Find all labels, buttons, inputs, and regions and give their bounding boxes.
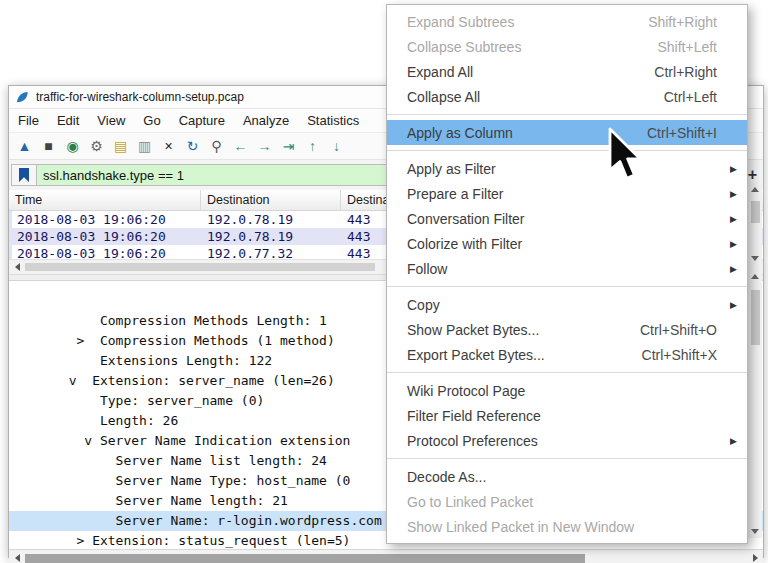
context-menu-item[interactable]: Apply as Filter ▶ bbox=[387, 156, 747, 181]
scrollbar-thumb[interactable] bbox=[751, 290, 760, 345]
menubar-item[interactable]: Statistics bbox=[298, 109, 368, 132]
menubar-item[interactable]: File bbox=[9, 109, 48, 132]
context-menu-item[interactable]: Apply as Column Ctrl+Shift+I bbox=[387, 120, 747, 145]
menu-group: Apply as Filter ▶ Prepare a Filter ▶ Con… bbox=[387, 150, 747, 281]
go-to-packet-icon[interactable]: ⇥ bbox=[278, 136, 299, 156]
stop-capture-icon[interactable]: ■ bbox=[38, 136, 59, 156]
submenu-arrow-icon: ▶ bbox=[723, 264, 737, 274]
packet-destination-cell: 192.0.77.32 bbox=[201, 245, 341, 259]
submenu-arrow-icon: ▶ bbox=[723, 239, 737, 249]
menubar-item[interactable]: Capture bbox=[170, 109, 234, 132]
packet-time-cell: 2018-08-03 19:06:20 bbox=[9, 211, 201, 228]
packet-list-vscrollbar[interactable] bbox=[747, 183, 762, 265]
context-menu-item[interactable]: Expand Subtrees Shift+Right bbox=[387, 9, 747, 34]
context-menu: Expand Subtrees Shift+Right Collapse Sub… bbox=[386, 4, 748, 544]
menu-group: Copy ▶ Show Packet Bytes... Ctrl+Shift+O… bbox=[387, 286, 747, 367]
reload-icon[interactable]: ↻ bbox=[182, 136, 203, 156]
scroll-right-icon[interactable] bbox=[747, 550, 763, 563]
submenu-arrow-icon: ▶ bbox=[723, 164, 737, 174]
submenu-arrow-icon: ▶ bbox=[723, 214, 737, 224]
packet-time-cell: 2018-08-03 19:06:20 bbox=[9, 228, 201, 245]
column-header[interactable]: Destination bbox=[201, 190, 341, 210]
go-back-icon[interactable]: ← bbox=[230, 136, 251, 156]
context-menu-item[interactable]: Collapse Subtrees Shift+Left bbox=[387, 34, 747, 59]
scrollbar-thumb[interactable] bbox=[25, 554, 585, 563]
column-header[interactable]: Time bbox=[9, 190, 201, 210]
menu-group: Expand Subtrees Shift+Right Collapse Sub… bbox=[387, 9, 747, 109]
submenu-arrow-icon: ▶ bbox=[723, 189, 737, 199]
details-hscrollbar[interactable] bbox=[9, 549, 763, 563]
menubar-item[interactable]: View bbox=[88, 109, 134, 132]
scrollbar-thumb[interactable] bbox=[25, 263, 375, 271]
menubar-item[interactable]: Analyze bbox=[234, 109, 298, 132]
go-forward-icon[interactable]: → bbox=[254, 136, 275, 156]
wireshark-logo-icon bbox=[15, 90, 30, 105]
scroll-down-icon[interactable] bbox=[751, 529, 759, 534]
scrollbar-thumb[interactable] bbox=[751, 201, 760, 223]
context-menu-item[interactable]: Protocol Preferences ▶ bbox=[387, 428, 747, 453]
filter-bookmark-button[interactable] bbox=[11, 164, 37, 186]
close-file-icon[interactable]: × bbox=[158, 136, 179, 156]
context-menu-item[interactable]: Show Packet Bytes... Ctrl+Shift+O bbox=[387, 317, 747, 342]
details-vscrollbar[interactable] bbox=[747, 270, 762, 538]
scroll-down-icon[interactable] bbox=[751, 256, 759, 261]
menu-group: Wiki Protocol Page Filter Field Referenc… bbox=[387, 372, 747, 453]
mouse-cursor bbox=[606, 127, 650, 185]
packet-destination-cell: 192.0.78.19 bbox=[201, 211, 341, 228]
go-top-icon[interactable]: ↑ bbox=[302, 136, 323, 156]
save-file-icon[interactable]: ▥ bbox=[134, 136, 155, 156]
menubar-item[interactable]: Edit bbox=[48, 109, 88, 132]
packet-destination-cell: 192.0.78.19 bbox=[201, 228, 341, 245]
restart-capture-icon[interactable]: ◉ bbox=[62, 136, 83, 156]
context-menu-item[interactable]: Decode As... bbox=[387, 464, 747, 489]
context-menu-item[interactable]: Expand All Ctrl+Right bbox=[387, 59, 747, 84]
scroll-left-icon[interactable] bbox=[9, 550, 25, 563]
menu-group: Decode As... Go to Linked Packet Show Li… bbox=[387, 458, 747, 539]
packet-time-cell: 2018-08-03 19:06:20 bbox=[9, 245, 201, 259]
context-menu-item[interactable]: Collapse All Ctrl+Left bbox=[387, 84, 747, 109]
context-menu-item[interactable]: Wiki Protocol Page bbox=[387, 378, 747, 403]
filter-text: ssl.handshake.type == 1 bbox=[43, 168, 184, 183]
go-bottom-icon[interactable]: ↓ bbox=[326, 136, 347, 156]
context-menu-item[interactable]: Copy ▶ bbox=[387, 292, 747, 317]
open-file-icon[interactable]: ▤ bbox=[110, 136, 131, 156]
context-menu-item[interactable]: Colorize with Filter ▶ bbox=[387, 231, 747, 256]
scroll-left-icon[interactable] bbox=[9, 260, 25, 274]
context-menu-item[interactable]: Prepare a Filter ▶ bbox=[387, 181, 747, 206]
scroll-up-icon[interactable] bbox=[751, 187, 759, 192]
context-menu-item[interactable]: Filter Field Reference bbox=[387, 403, 747, 428]
context-menu-item[interactable]: Show Linked Packet in New Window bbox=[387, 514, 747, 539]
capture-options-icon[interactable]: ⚙ bbox=[86, 136, 107, 156]
find-packet-icon[interactable]: ⚲ bbox=[206, 136, 227, 156]
scroll-up-icon[interactable] bbox=[751, 274, 759, 279]
menubar-item[interactable]: Go bbox=[134, 109, 169, 132]
window-title: traffic-for-wireshark-column-setup.pcap bbox=[36, 90, 244, 104]
context-menu-item[interactable]: Conversation Filter ▶ bbox=[387, 206, 747, 231]
start-capture-icon[interactable]: ▲ bbox=[14, 136, 35, 156]
submenu-arrow-icon: ▶ bbox=[723, 300, 737, 310]
submenu-arrow-icon: ▶ bbox=[723, 436, 737, 446]
context-menu-item[interactable]: Export Packet Bytes... Ctrl+Shift+X bbox=[387, 342, 747, 367]
context-menu-item[interactable]: Go to Linked Packet bbox=[387, 489, 747, 514]
bookmark-icon bbox=[19, 168, 29, 182]
context-menu-item[interactable]: Follow ▶ bbox=[387, 256, 747, 281]
menu-group: Apply as Column Ctrl+Shift+I bbox=[387, 114, 747, 145]
